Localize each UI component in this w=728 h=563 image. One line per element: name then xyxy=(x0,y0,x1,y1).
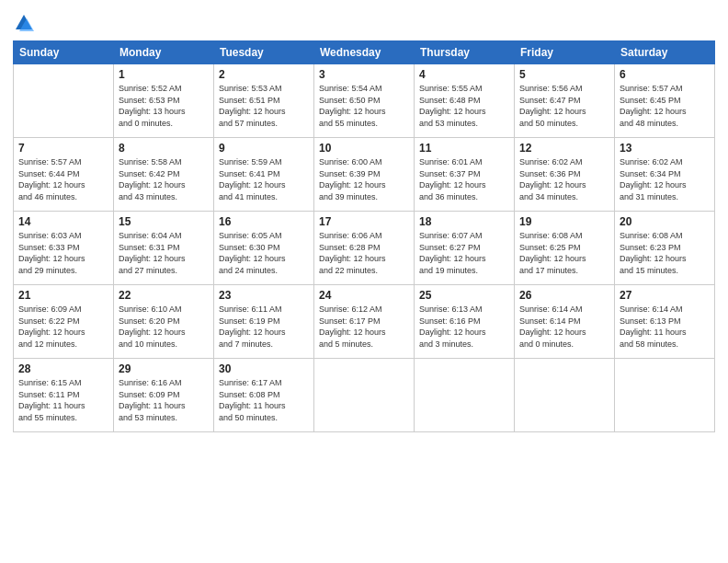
calendar-cell: 25Sunrise: 6:13 AM Sunset: 6:16 PM Dayli… xyxy=(415,285,515,359)
day-info: Sunrise: 6:09 AM Sunset: 6:22 PM Dayligh… xyxy=(18,304,108,350)
week-row-5: 28Sunrise: 6:15 AM Sunset: 6:11 PM Dayli… xyxy=(14,359,715,432)
col-header-monday: Monday xyxy=(114,41,214,64)
week-row-4: 21Sunrise: 6:09 AM Sunset: 6:22 PM Dayli… xyxy=(14,285,715,359)
day-number: 25 xyxy=(419,288,509,303)
calendar-cell xyxy=(415,359,515,432)
day-info: Sunrise: 5:53 AM Sunset: 6:51 PM Dayligh… xyxy=(219,83,309,129)
calendar-cell: 23Sunrise: 6:11 AM Sunset: 6:19 PM Dayli… xyxy=(214,285,314,359)
col-header-thursday: Thursday xyxy=(415,41,515,64)
day-number: 30 xyxy=(219,362,309,376)
calendar-cell: 5Sunrise: 5:56 AM Sunset: 6:47 PM Daylig… xyxy=(515,64,615,138)
calendar-cell: 29Sunrise: 6:16 AM Sunset: 6:09 PM Dayli… xyxy=(114,359,214,432)
day-info: Sunrise: 5:57 AM Sunset: 6:45 PM Dayligh… xyxy=(620,83,710,129)
col-header-friday: Friday xyxy=(515,41,615,64)
day-info: Sunrise: 6:14 AM Sunset: 6:13 PM Dayligh… xyxy=(620,304,710,350)
week-row-2: 7Sunrise: 5:57 AM Sunset: 6:44 PM Daylig… xyxy=(14,138,715,212)
calendar-cell: 22Sunrise: 6:10 AM Sunset: 6:20 PM Dayli… xyxy=(114,285,214,359)
calendar-cell: 16Sunrise: 6:05 AM Sunset: 6:30 PM Dayli… xyxy=(214,212,314,285)
day-info: Sunrise: 6:00 AM Sunset: 6:39 PM Dayligh… xyxy=(319,156,409,202)
day-number: 16 xyxy=(219,214,309,229)
calendar-cell: 24Sunrise: 6:12 AM Sunset: 6:17 PM Dayli… xyxy=(314,285,415,359)
day-number: 11 xyxy=(419,141,509,155)
calendar-table: SundayMondayTuesdayWednesdayThursdayFrid… xyxy=(13,40,715,432)
day-info: Sunrise: 6:11 AM Sunset: 6:19 PM Dayligh… xyxy=(219,304,309,350)
day-number: 18 xyxy=(419,214,509,229)
day-info: Sunrise: 6:13 AM Sunset: 6:16 PM Dayligh… xyxy=(419,304,509,350)
day-info: Sunrise: 5:59 AM Sunset: 6:41 PM Dayligh… xyxy=(219,156,309,202)
day-number: 7 xyxy=(18,141,108,155)
calendar-cell: 15Sunrise: 6:04 AM Sunset: 6:31 PM Dayli… xyxy=(114,212,214,285)
calendar-cell: 10Sunrise: 6:00 AM Sunset: 6:39 PM Dayli… xyxy=(314,138,415,212)
day-number: 20 xyxy=(620,214,710,229)
day-number: 24 xyxy=(319,288,409,303)
calendar-cell: 4Sunrise: 5:55 AM Sunset: 6:48 PM Daylig… xyxy=(415,64,515,138)
day-info: Sunrise: 6:07 AM Sunset: 6:27 PM Dayligh… xyxy=(419,230,509,276)
calendar-cell: 9Sunrise: 5:59 AM Sunset: 6:41 PM Daylig… xyxy=(214,138,314,212)
day-number: 12 xyxy=(519,141,609,155)
calendar-cell: 19Sunrise: 6:08 AM Sunset: 6:25 PM Dayli… xyxy=(515,212,615,285)
day-info: Sunrise: 6:01 AM Sunset: 6:37 PM Dayligh… xyxy=(419,156,509,202)
calendar-cell: 7Sunrise: 5:57 AM Sunset: 6:44 PM Daylig… xyxy=(14,138,114,212)
col-header-saturday: Saturday xyxy=(615,41,715,64)
calendar-cell: 3Sunrise: 5:54 AM Sunset: 6:50 PM Daylig… xyxy=(314,64,415,138)
calendar-cell: 2Sunrise: 5:53 AM Sunset: 6:51 PM Daylig… xyxy=(214,64,314,138)
day-info: Sunrise: 6:14 AM Sunset: 6:14 PM Dayligh… xyxy=(519,304,609,350)
calendar-cell: 30Sunrise: 6:17 AM Sunset: 6:08 PM Dayli… xyxy=(214,359,314,432)
calendar-cell: 28Sunrise: 6:15 AM Sunset: 6:11 PM Dayli… xyxy=(14,359,114,432)
day-number: 13 xyxy=(620,141,710,155)
day-number: 8 xyxy=(119,141,209,155)
week-row-1: 1Sunrise: 5:52 AM Sunset: 6:53 PM Daylig… xyxy=(14,64,715,138)
calendar-cell: 18Sunrise: 6:07 AM Sunset: 6:27 PM Dayli… xyxy=(415,212,515,285)
calendar-cell: 14Sunrise: 6:03 AM Sunset: 6:33 PM Dayli… xyxy=(14,212,114,285)
day-info: Sunrise: 6:08 AM Sunset: 6:25 PM Dayligh… xyxy=(519,230,609,276)
day-number: 10 xyxy=(319,141,409,155)
day-info: Sunrise: 6:08 AM Sunset: 6:23 PM Dayligh… xyxy=(620,230,710,276)
day-info: Sunrise: 5:56 AM Sunset: 6:47 PM Dayligh… xyxy=(519,83,609,129)
day-info: Sunrise: 6:15 AM Sunset: 6:11 PM Dayligh… xyxy=(18,377,108,423)
day-number: 6 xyxy=(620,67,710,82)
day-info: Sunrise: 5:55 AM Sunset: 6:48 PM Dayligh… xyxy=(419,83,509,129)
day-info: Sunrise: 6:12 AM Sunset: 6:17 PM Dayligh… xyxy=(319,304,409,350)
col-header-wednesday: Wednesday xyxy=(314,41,415,64)
logo-icon xyxy=(14,13,34,33)
day-info: Sunrise: 5:58 AM Sunset: 6:42 PM Dayligh… xyxy=(119,156,209,202)
col-header-tuesday: Tuesday xyxy=(214,41,314,64)
day-number: 2 xyxy=(219,67,309,82)
day-info: Sunrise: 6:17 AM Sunset: 6:08 PM Dayligh… xyxy=(219,377,309,423)
page: SundayMondayTuesdayWednesdayThursdayFrid… xyxy=(0,0,728,563)
day-info: Sunrise: 5:57 AM Sunset: 6:44 PM Dayligh… xyxy=(18,156,108,202)
calendar-cell: 1Sunrise: 5:52 AM Sunset: 6:53 PM Daylig… xyxy=(114,64,214,138)
calendar-cell: 26Sunrise: 6:14 AM Sunset: 6:14 PM Dayli… xyxy=(515,285,615,359)
col-header-sunday: Sunday xyxy=(14,41,114,64)
calendar-cell: 11Sunrise: 6:01 AM Sunset: 6:37 PM Dayli… xyxy=(415,138,515,212)
week-row-3: 14Sunrise: 6:03 AM Sunset: 6:33 PM Dayli… xyxy=(14,212,715,285)
day-info: Sunrise: 6:02 AM Sunset: 6:36 PM Dayligh… xyxy=(519,156,609,202)
calendar-cell: 13Sunrise: 6:02 AM Sunset: 6:34 PM Dayli… xyxy=(615,138,715,212)
day-info: Sunrise: 6:16 AM Sunset: 6:09 PM Dayligh… xyxy=(119,377,209,423)
day-number: 19 xyxy=(519,214,609,229)
day-number: 26 xyxy=(519,288,609,303)
day-number: 3 xyxy=(319,67,409,82)
calendar-header-row: SundayMondayTuesdayWednesdayThursdayFrid… xyxy=(14,41,715,64)
day-number: 5 xyxy=(519,67,609,82)
calendar-cell xyxy=(515,359,615,432)
day-number: 17 xyxy=(319,214,409,229)
calendar-cell: 12Sunrise: 6:02 AM Sunset: 6:36 PM Dayli… xyxy=(515,138,615,212)
day-number: 28 xyxy=(18,362,108,376)
logo xyxy=(13,13,34,33)
day-number: 29 xyxy=(119,362,209,376)
day-info: Sunrise: 6:10 AM Sunset: 6:20 PM Dayligh… xyxy=(119,304,209,350)
calendar-cell xyxy=(14,64,114,138)
calendar-cell: 21Sunrise: 6:09 AM Sunset: 6:22 PM Dayli… xyxy=(14,285,114,359)
calendar-cell: 6Sunrise: 5:57 AM Sunset: 6:45 PM Daylig… xyxy=(615,64,715,138)
day-number: 14 xyxy=(18,214,108,229)
day-info: Sunrise: 6:02 AM Sunset: 6:34 PM Dayligh… xyxy=(620,156,710,202)
calendar-cell: 17Sunrise: 6:06 AM Sunset: 6:28 PM Dayli… xyxy=(314,212,415,285)
day-info: Sunrise: 6:06 AM Sunset: 6:28 PM Dayligh… xyxy=(319,230,409,276)
day-number: 4 xyxy=(419,67,509,82)
day-info: Sunrise: 5:54 AM Sunset: 6:50 PM Dayligh… xyxy=(319,83,409,129)
day-number: 1 xyxy=(119,67,209,82)
day-number: 21 xyxy=(18,288,108,303)
calendar-cell: 20Sunrise: 6:08 AM Sunset: 6:23 PM Dayli… xyxy=(615,212,715,285)
day-number: 22 xyxy=(119,288,209,303)
